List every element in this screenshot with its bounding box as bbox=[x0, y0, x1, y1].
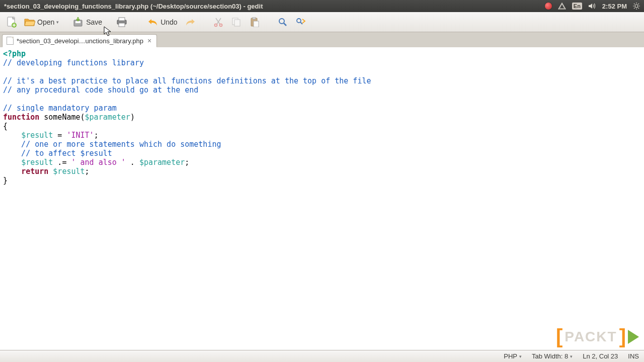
svg-point-15 bbox=[279, 19, 284, 24]
new-file-icon bbox=[6, 17, 17, 28]
tab-width-selector[interactable]: Tab Width: 8▾ bbox=[532, 352, 573, 360]
main-toolbar: Open ▾ Save Undo bbox=[0, 12, 644, 32]
chevron-down-icon: ▾ bbox=[56, 20, 59, 25]
paste-button[interactable] bbox=[246, 15, 263, 30]
system-menu-bar: *section_03_developing_functions_library… bbox=[0, 0, 644, 12]
svg-rect-14 bbox=[254, 21, 259, 27]
undo-button-label: Undo bbox=[160, 18, 177, 26]
svg-rect-13 bbox=[253, 17, 256, 19]
redo-icon bbox=[185, 17, 196, 28]
svg-point-0 bbox=[635, 5, 638, 8]
redo-button[interactable] bbox=[182, 15, 199, 30]
cut-icon bbox=[213, 17, 224, 28]
system-tray: En 2:52 PM bbox=[545, 3, 640, 10]
paste-icon bbox=[249, 17, 260, 28]
save-button[interactable]: Save bbox=[70, 15, 105, 30]
window-title: *section_03_developing_functions_library… bbox=[4, 3, 545, 10]
volume-icon[interactable] bbox=[588, 3, 596, 10]
copy-button[interactable] bbox=[228, 15, 245, 30]
svg-point-8 bbox=[214, 24, 217, 26]
undo-button[interactable]: Undo bbox=[144, 15, 180, 30]
language-mode-selector[interactable]: PHP▾ bbox=[504, 352, 522, 360]
cursor-position: Ln 2, Col 23 bbox=[583, 352, 618, 360]
svg-rect-7 bbox=[119, 23, 125, 27]
find-replace-button[interactable] bbox=[292, 15, 309, 30]
save-button-label: Save bbox=[86, 18, 102, 26]
svg-rect-11 bbox=[234, 20, 240, 26]
open-folder-icon bbox=[24, 17, 35, 28]
print-button[interactable] bbox=[113, 15, 130, 30]
document-tab[interactable]: *section_03_developi…unctions_library.ph… bbox=[2, 34, 157, 47]
undo-icon bbox=[147, 17, 158, 28]
svg-point-9 bbox=[219, 24, 222, 26]
open-button[interactable]: Open ▾ bbox=[21, 15, 62, 30]
open-button-label: Open bbox=[37, 18, 54, 26]
new-file-button[interactable] bbox=[3, 15, 20, 30]
save-icon bbox=[73, 17, 84, 28]
code-editor[interactable]: <?php // developing functions library //… bbox=[0, 47, 644, 350]
record-indicator-icon[interactable] bbox=[545, 3, 552, 10]
settings-gear-icon[interactable] bbox=[633, 3, 640, 10]
search-icon bbox=[277, 17, 288, 28]
clock[interactable]: 2:52 PM bbox=[602, 3, 627, 10]
tab-label: *section_03_developi…unctions_library.ph… bbox=[17, 37, 143, 45]
tab-bar: *section_03_developi…unctions_library.ph… bbox=[0, 32, 644, 47]
copy-icon bbox=[231, 17, 242, 28]
close-tab-button[interactable]: × bbox=[146, 37, 152, 44]
network-icon[interactable] bbox=[558, 3, 566, 10]
find-button[interactable] bbox=[274, 15, 291, 30]
svg-rect-6 bbox=[119, 18, 125, 21]
find-replace-icon bbox=[295, 17, 306, 28]
status-bar: PHP▾ Tab Width: 8▾ Ln 2, Col 23 INS bbox=[0, 350, 644, 362]
cut-button[interactable] bbox=[210, 15, 227, 30]
file-icon bbox=[7, 37, 14, 45]
print-icon bbox=[116, 17, 127, 28]
svg-point-16 bbox=[297, 19, 301, 23]
insert-mode-indicator[interactable]: INS bbox=[628, 352, 639, 360]
language-indicator[interactable]: En bbox=[572, 3, 582, 10]
